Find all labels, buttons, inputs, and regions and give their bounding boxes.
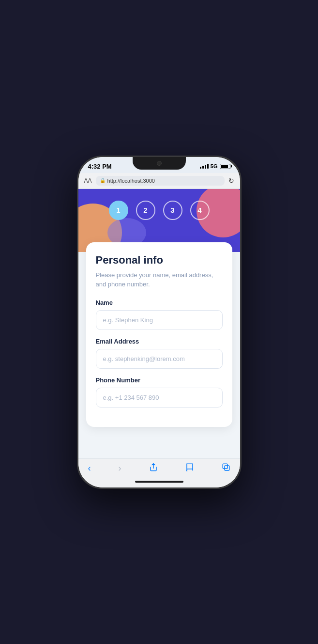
spacer	[78, 435, 240, 454]
front-camera	[157, 161, 162, 166]
battery-fill	[221, 165, 228, 168]
email-label: Email Address	[96, 338, 223, 345]
form-subtitle: Please provide your name, email address,…	[96, 270, 223, 289]
email-field-group: Email Address	[96, 338, 223, 369]
browser-url: http://localhost:3000	[107, 178, 155, 184]
back-button[interactable]: ‹	[88, 463, 91, 473]
signal-bar-1	[200, 167, 201, 169]
phone-input[interactable]	[96, 388, 223, 408]
phone-screen: 4:32 PM 5G AA 🔒 http://localhost:3000	[78, 157, 240, 487]
refresh-icon[interactable]: ↻	[228, 177, 234, 185]
lock-icon: 🔒	[100, 178, 106, 183]
status-icons: 5G	[200, 163, 230, 169]
bookmarks-button[interactable]	[185, 463, 194, 474]
step-indicators: 1 2 3 4	[78, 189, 240, 230]
phone-label: Phone Number	[96, 377, 223, 384]
step-1[interactable]: 1	[109, 201, 128, 220]
action-area: Next Step	[78, 454, 240, 458]
home-bar	[135, 481, 183, 483]
browser-aa[interactable]: AA	[84, 177, 92, 184]
email-input[interactable]	[96, 349, 223, 369]
form-title: Personal info	[96, 254, 223, 267]
browser-url-bar[interactable]: 🔒 http://localhost:3000	[96, 176, 225, 186]
content-area: 1 2 3 4 Personal info	[78, 189, 240, 458]
form-card: Personal info Please provide your name, …	[86, 242, 232, 427]
tabs-button[interactable]	[222, 463, 230, 474]
forward-button[interactable]: ›	[119, 463, 121, 473]
battery-indicator	[220, 164, 230, 169]
signal-bars	[200, 164, 209, 169]
status-time: 4:32 PM	[88, 163, 112, 170]
main-content: Personal info Please provide your name, …	[78, 252, 240, 435]
name-input[interactable]	[96, 310, 223, 330]
phone-frame: 4:32 PM 5G AA 🔒 http://localhost:3000	[77, 156, 242, 489]
browser-bottom-bar: ‹ ›	[78, 458, 240, 478]
phone-field-group: Phone Number	[96, 377, 223, 408]
step-4[interactable]: 4	[190, 201, 210, 220]
signal-bar-3	[205, 165, 206, 169]
signal-bar-4	[207, 164, 209, 169]
name-label: Name	[96, 299, 223, 306]
share-button[interactable]	[149, 463, 158, 474]
home-indicator	[78, 478, 240, 487]
step-3[interactable]: 3	[163, 201, 182, 220]
name-field-group: Name	[96, 299, 223, 330]
browser-bar: AA 🔒 http://localhost:3000 ↻	[78, 173, 240, 189]
network-indicator: 5G	[211, 163, 218, 169]
notch	[133, 157, 186, 170]
signal-bar-2	[202, 166, 204, 169]
svg-rect-1	[225, 466, 229, 471]
svg-rect-0	[223, 464, 227, 469]
step-2[interactable]: 2	[136, 201, 155, 220]
